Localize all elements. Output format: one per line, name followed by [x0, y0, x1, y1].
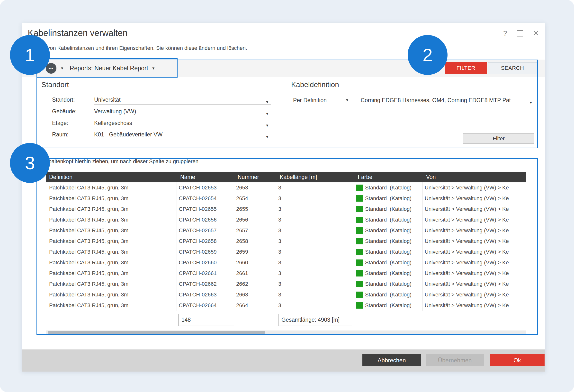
cell-definition: Patchkabel CAT3 RJ45, grün, 3m — [46, 268, 177, 279]
horizontal-scrollbar[interactable] — [46, 330, 526, 334]
table-row[interactable]: Patchkabel CAT3 RJ45, grün, 3mCPATCH-026… — [46, 193, 526, 204]
cell-laenge: 3 — [276, 279, 354, 289]
cell-definition: Patchkabel CAT3 RJ45, grün, 3m — [46, 247, 177, 257]
cell-nummer: 2662 — [234, 279, 276, 289]
column-header-nummer[interactable]: Nummer — [234, 172, 276, 182]
definition-combo[interactable]: Corning EDGE8 Harnesses, OM4, Corning ED… — [361, 96, 533, 105]
per-definition-dropdown[interactable]: Per Definition — [293, 96, 327, 105]
cell-nummer: 2664 — [234, 300, 276, 311]
chevron-down-icon[interactable]: ▼ — [345, 98, 349, 102]
cell-name: CPATCH-02658 — [177, 236, 234, 247]
scrollbar-thumb[interactable] — [48, 331, 265, 334]
cell-definition: Patchkabel CAT3 RJ45, grün, 3m — [46, 279, 177, 289]
etage-dropdown[interactable]: Kellergeschoss▼ — [94, 118, 271, 128]
page-background: Kabelinstanzen verwalten Ansicht von Kab… — [0, 0, 574, 392]
table-row[interactable]: Patchkabel CAT3 RJ45, grün, 3mCPATCH-026… — [46, 279, 526, 289]
callout-1: 1 — [10, 35, 50, 75]
apply-button[interactable]: Übernehmen — [426, 354, 484, 366]
dialog-title: Kabelinstanzen verwalten — [28, 28, 127, 38]
color-label: Standard (Katalog) — [365, 193, 411, 204]
cell-nummer: 2654 — [234, 193, 276, 204]
table-row[interactable]: Patchkabel CAT3 RJ45, grün, 3mCPATCH-026… — [46, 225, 526, 236]
cell-von: Universität > Verwaltung (VW) > Ke — [423, 214, 526, 225]
tab-search[interactable]: SEARCH — [488, 62, 537, 74]
screenshot-root: Kabelinstanzen verwalten Ansicht von Kab… — [0, 0, 574, 392]
field-row-etage: Etage: Kellergeschoss▼ — [52, 118, 271, 128]
chevron-down-icon[interactable]: ▼ — [60, 66, 64, 70]
table-row[interactable]: Patchkabel CAT3 RJ45, grün, 3mCPATCH-026… — [46, 268, 526, 279]
cell-laenge: 3 — [276, 204, 354, 214]
cell-definition: Patchkabel CAT3 RJ45, grün, 3m — [46, 214, 177, 225]
color-swatch — [356, 270, 363, 276]
table-row[interactable]: Patchkabel CAT3 RJ45, grün, 3mCPATCH-026… — [46, 236, 526, 247]
table-row[interactable]: Patchkabel CAT3 RJ45, grün, 3mCPATCH-026… — [46, 182, 526, 193]
dialog-kabelinstanzen: Kabelinstanzen verwalten Ansicht von Kab… — [22, 23, 545, 371]
column-header-von[interactable]: Von — [423, 172, 526, 182]
cancel-button[interactable]: Abbrechen — [362, 354, 421, 366]
cell-name: CPATCH-02659 — [177, 247, 234, 257]
cell-definition: Patchkabel CAT3 RJ45, grün, 3m — [46, 289, 177, 300]
color-swatch — [356, 238, 363, 244]
table-row[interactable]: Patchkabel CAT3 RJ45, grün, 3mCPATCH-026… — [46, 300, 526, 311]
cell-von: Universität > Verwaltung (VW) > Ke — [423, 204, 526, 214]
definition-combo-value: Corning EDGE8 Harnesses, OM4, Corning ED… — [361, 97, 511, 103]
cell-von: Universität > Verwaltung (VW) > Ke — [423, 236, 526, 247]
cell-farbe: Standard (Katalog) — [354, 268, 423, 279]
table-row[interactable]: Patchkabel CAT3 RJ45, grün, 3mCPATCH-026… — [46, 247, 526, 257]
color-label: Standard (Katalog) — [365, 300, 411, 311]
table-row[interactable]: Patchkabel CAT3 RJ45, grün, 3mCPATCH-026… — [46, 289, 526, 300]
cell-farbe: Standard (Katalog) — [354, 193, 423, 204]
color-label: Standard (Katalog) — [365, 257, 411, 268]
color-label: Standard (Katalog) — [365, 279, 411, 289]
chevron-down-icon: ▼ — [265, 109, 269, 118]
filter-button[interactable]: Filter — [463, 133, 534, 144]
dialog-subtitle: Ansicht von Kabelinstanzen und ihren Eig… — [28, 45, 247, 51]
cell-farbe: Standard (Katalog) — [354, 289, 423, 300]
table-row[interactable]: Patchkabel CAT3 RJ45, grün, 3mCPATCH-026… — [46, 257, 526, 268]
cell-nummer: 2659 — [234, 247, 276, 257]
table-row[interactable]: Patchkabel CAT3 RJ45, grün, 3mCPATCH-026… — [46, 214, 526, 225]
chevron-down-icon: ▼ — [265, 132, 269, 142]
window-controls: ? ✕ — [503, 29, 539, 38]
cell-nummer: 2661 — [234, 268, 276, 279]
dialog-footer: Abbrechen Übernehmen Ok — [22, 350, 545, 371]
cell-farbe: Standard (Katalog) — [354, 257, 423, 268]
cell-laenge: 3 — [276, 289, 354, 300]
color-swatch — [356, 291, 363, 298]
gebaeude-dropdown[interactable]: Verwaltung (VW)▼ — [94, 107, 271, 116]
maximize-icon[interactable] — [517, 30, 523, 37]
cell-laenge: 3 — [276, 193, 354, 204]
raum-dropdown-value: K01 - Gebäudeverteiler VW — [94, 131, 163, 138]
kabeldefinition-row: Per Definition ▼ Corning EDGE8 Harnesses… — [293, 96, 536, 105]
cell-name: CPATCH-02663 — [177, 289, 234, 300]
ok-button[interactable]: Ok — [490, 354, 545, 366]
cell-name: CPATCH-02656 — [177, 214, 234, 225]
column-header-definition[interactable]: Definition — [46, 172, 177, 182]
table-row[interactable]: Patchkabel CAT3 RJ45, grün, 3mCPATCH-026… — [46, 204, 526, 214]
chevron-down-icon: ▼ — [151, 66, 155, 70]
cell-laenge: 3 — [276, 214, 354, 225]
reports-dropdown[interactable]: Reports: Neuer Kabel Report ▼ — [70, 65, 155, 72]
color-swatch — [356, 227, 363, 234]
group-by-hint: Spaltenkopf hierhin ziehen, um nach dies… — [45, 158, 199, 165]
help-icon[interactable]: ? — [503, 29, 507, 38]
close-icon[interactable]: ✕ — [533, 29, 539, 38]
color-swatch — [356, 206, 363, 212]
standort-dropdown[interactable]: Universität▼ — [94, 95, 271, 104]
gebaeude-dropdown-value: Verwaltung (VW) — [94, 108, 136, 115]
cell-von: Universität > Verwaltung (VW) > Ke — [423, 257, 526, 268]
column-header-name[interactable]: Name — [177, 172, 234, 182]
chevron-down-icon: ▼ — [265, 98, 269, 107]
reports-dropdown-label: Reports: Neuer Kabel Report — [70, 65, 148, 72]
field-label: Raum: — [52, 130, 94, 139]
cell-definition: Patchkabel CAT3 RJ45, grün, 3m — [46, 182, 177, 193]
cell-nummer: 2663 — [234, 289, 276, 300]
tab-filter[interactable]: FILTER — [445, 62, 487, 74]
column-header-kabellaenge[interactable]: Kabellänge [m] — [276, 172, 354, 182]
cell-name: CPATCH-02662 — [177, 279, 234, 289]
column-header-farbe[interactable]: Farbe — [354, 172, 423, 182]
field-row-raum: Raum: K01 - Gebäudeverteiler VW▼ — [52, 130, 271, 140]
raum-dropdown[interactable]: K01 - Gebäudeverteiler VW▼ — [94, 130, 271, 139]
chevron-down-icon: ▼ — [529, 98, 533, 105]
color-swatch — [356, 195, 363, 202]
